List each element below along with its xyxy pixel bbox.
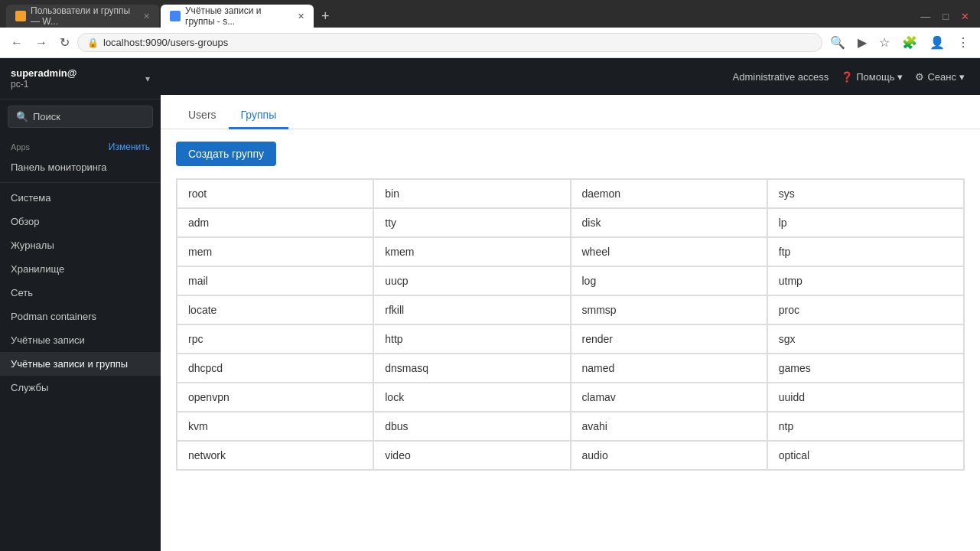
group-cell[interactable]: daemon — [571, 179, 767, 208]
sidebar-item-accounts[interactable]: Учётные записи — [0, 328, 161, 352]
back-button[interactable]: ← — [6, 33, 28, 53]
group-cell[interactable]: adm — [177, 208, 373, 237]
sidebar-item-overview[interactable]: Обзор — [0, 210, 161, 233]
menu-button[interactable]: ⋮ — [952, 32, 974, 53]
session-button[interactable]: ⚙ Сеанс ▾ — [915, 71, 965, 83]
bookmark-button[interactable]: ☆ — [874, 32, 894, 53]
group-cell[interactable]: tty — [373, 208, 570, 237]
group-cell[interactable]: uuidd — [767, 383, 964, 412]
group-cell[interactable]: ftp — [767, 237, 964, 266]
sidebar-item-storage-label: Хранилище — [11, 263, 64, 275]
change-apps-link[interactable]: Изменить — [109, 142, 150, 152]
topbar: Administrative access ❓ Помощь ▾ ⚙ Сеанс… — [161, 58, 980, 95]
group-cell[interactable]: avahi — [571, 412, 767, 441]
group-cell[interactable]: disk — [571, 208, 767, 237]
sidebar-item-network[interactable]: Сеть — [0, 281, 161, 305]
sidebar-item-services-label: Службы — [11, 382, 48, 393]
group-cell[interactable]: dhcpcd — [177, 354, 373, 383]
tab-users-label: Users — [188, 109, 217, 121]
sidebar-item-dashboard[interactable]: Панель мониторинга — [0, 155, 161, 179]
sidebar-item-podman[interactable]: Podman containers — [0, 305, 161, 328]
group-cell[interactable]: root — [177, 179, 373, 208]
help-icon: ❓ — [841, 71, 853, 83]
sidebar-item-accounts-groups[interactable]: Учётные записи и группы — [0, 352, 161, 376]
minimize-button[interactable]: — — [916, 11, 935, 22]
refresh-button[interactable]: ↻ — [55, 32, 74, 53]
tab1-close[interactable]: ✕ — [143, 11, 150, 21]
group-cell[interactable]: kmem — [373, 237, 570, 266]
group-cell[interactable]: render — [571, 324, 767, 354]
group-cell[interactable]: sgx — [767, 324, 964, 354]
url-display: localhost:9090/users-groups — [103, 37, 812, 48]
group-cell[interactable]: log — [571, 266, 767, 295]
new-tab-button[interactable]: + — [315, 8, 336, 24]
group-cell[interactable]: clamav — [571, 383, 767, 412]
create-group-button[interactable]: Создать группу — [176, 142, 276, 166]
group-cell[interactable]: video — [373, 441, 570, 470]
extensions-button[interactable]: 🧩 — [897, 32, 922, 53]
tab-groups-label: Группы — [241, 109, 277, 121]
group-cell[interactable]: openvpn — [177, 383, 373, 412]
group-cell[interactable]: wheel — [571, 237, 767, 266]
tab-1[interactable]: Пользователи и группы — W... ✕ — [6, 5, 159, 28]
group-cell[interactable]: games — [767, 354, 964, 383]
sidebar-item-logs[interactable]: Журналы — [0, 233, 161, 257]
sidebar-apps-section: Apps Изменить Панель мониторинга Система… — [0, 134, 161, 404]
group-cell[interactable]: sys — [767, 179, 964, 208]
tab-2[interactable]: Учётные записи и группы - s... ✕ — [161, 5, 314, 28]
group-cell[interactable]: dbus — [373, 412, 570, 441]
search-input[interactable]: 🔍 Поиск — [8, 106, 153, 128]
group-cell[interactable]: uucp — [373, 266, 570, 295]
group-cell[interactable]: http — [373, 324, 570, 354]
tab-users[interactable]: Users — [176, 103, 229, 129]
content-body: Создать группу rootbindaemonsysadmttydis… — [161, 129, 980, 483]
group-cell[interactable]: rfkill — [373, 295, 570, 324]
gear-icon: ⚙ — [915, 71, 924, 83]
app-container: superadmin@ pc-1 ▾ 🔍 Поиск Apps Изменить… — [0, 58, 980, 551]
group-cell[interactable]: lp — [767, 208, 964, 237]
sidebar-item-dashboard-label: Панель мониторинга — [11, 161, 107, 173]
tab2-close[interactable]: ✕ — [298, 11, 304, 21]
main-content: Administrative access ❓ Помощь ▾ ⚙ Сеанс… — [161, 58, 980, 551]
profile-button[interactable]: 👤 — [925, 32, 949, 53]
group-cell[interactable]: ntp — [767, 412, 964, 441]
sidebar-item-logs-label: Журналы — [11, 240, 54, 251]
nav-bar: ← → ↻ 🔒 localhost:9090/users-groups 🔍 ▶ … — [0, 28, 980, 58]
admin-access-label: Administrative access — [733, 71, 829, 83]
group-cell[interactable]: optical — [767, 441, 964, 470]
group-cell[interactable]: mail — [177, 266, 373, 295]
group-cell[interactable]: dnsmasq — [373, 354, 570, 383]
search-icon: 🔍 — [16, 111, 28, 122]
sidebar-item-services[interactable]: Службы — [0, 376, 161, 399]
play-button[interactable]: ▶ — [853, 32, 871, 53]
group-cell[interactable]: audio — [571, 441, 767, 470]
group-cell[interactable]: proc — [767, 295, 964, 324]
group-cell[interactable]: lock — [373, 383, 570, 412]
tab2-icon — [170, 11, 181, 21]
forward-button[interactable]: → — [31, 33, 52, 53]
group-cell[interactable]: locate — [177, 295, 373, 324]
tab-groups[interactable]: Группы — [229, 103, 289, 129]
group-cell[interactable]: rpc — [177, 324, 373, 354]
sidebar-user-info: superadmin@ pc-1 — [11, 67, 77, 90]
group-cell[interactable]: mem — [177, 237, 373, 266]
group-cell[interactable]: utmp — [767, 266, 964, 295]
search-icon-button[interactable]: 🔍 — [825, 32, 850, 53]
sidebar-item-network-label: Сеть — [11, 287, 33, 298]
group-cell[interactable]: bin — [373, 179, 570, 208]
group-cell[interactable]: smmsp — [571, 295, 767, 324]
maximize-button[interactable]: □ — [938, 11, 953, 22]
help-label: Помощь — [856, 71, 894, 83]
group-cell[interactable]: network — [177, 441, 373, 470]
sidebar-user-chevron[interactable]: ▾ — [145, 73, 150, 84]
sidebar-item-storage[interactable]: Хранилище — [0, 257, 161, 281]
close-window-button[interactable]: ✕ — [956, 11, 974, 22]
address-bar[interactable]: 🔒 localhost:9090/users-groups — [77, 33, 822, 52]
help-button[interactable]: ❓ Помощь ▾ — [841, 71, 903, 83]
sidebar: superadmin@ pc-1 ▾ 🔍 Поиск Apps Изменить… — [0, 58, 161, 551]
sidebar-item-system[interactable]: Система — [0, 186, 161, 210]
tab-bar: Пользователи и группы — W... ✕ Учётные з… — [0, 0, 980, 28]
content-area: Users Группы Создать группу rootbindaemo… — [161, 95, 980, 551]
group-cell[interactable]: named — [571, 354, 767, 383]
group-cell[interactable]: kvm — [177, 412, 373, 441]
